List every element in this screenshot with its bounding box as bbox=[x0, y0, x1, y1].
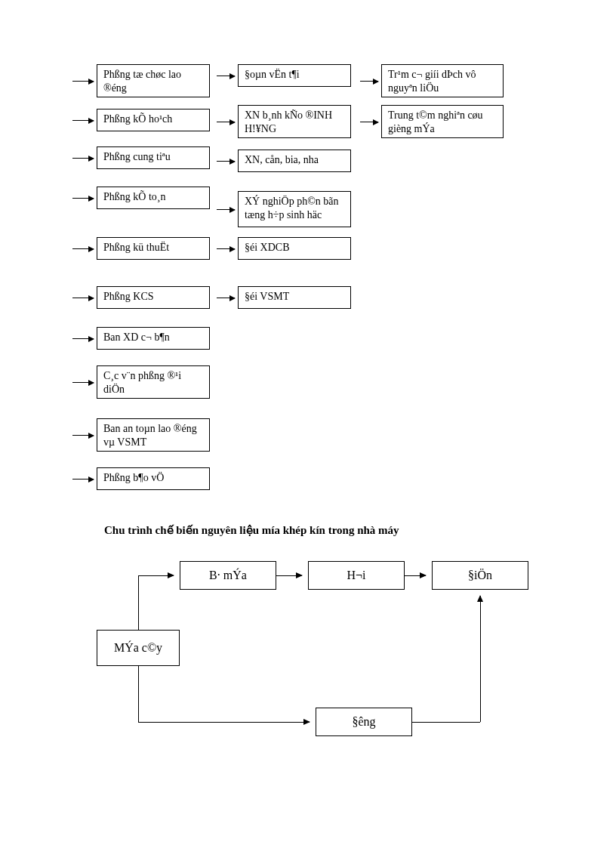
arrow-mid bbox=[360, 122, 378, 122]
label: Phßng KCS bbox=[103, 290, 154, 304]
arrow-mid bbox=[217, 161, 235, 162]
box-col1-2: Phßng cung tiªu bbox=[97, 146, 210, 169]
label: H¬i bbox=[346, 569, 365, 582]
label: XN, cån, bia, nha bbox=[245, 153, 319, 167]
flow-dong: §êng bbox=[316, 708, 412, 736]
arrow-in bbox=[72, 198, 94, 199]
label: B· mÝa bbox=[209, 569, 247, 582]
box-col1-6: Ban XD c¬ b¶n bbox=[97, 327, 210, 350]
label: MÝa c©y bbox=[114, 641, 162, 655]
box-col2-1: XN b¸nh kÑo ®INH H!¥NG bbox=[238, 105, 351, 138]
box-col1-7: C¸c v¨n phßng ®¹i diÖn bbox=[97, 365, 210, 399]
arrow-mid bbox=[217, 209, 235, 210]
label: §éi VSMT bbox=[245, 290, 289, 304]
arrow-in bbox=[72, 435, 94, 436]
flow-hoi: H¬i bbox=[308, 561, 405, 590]
box-col1-4: Phßng kü thuËt bbox=[97, 237, 210, 260]
label: Phßng tæ chøc lao ®éng bbox=[103, 68, 203, 94]
box-col2-3: XÝ nghiÖp ph©n bãn tæng h÷p sinh häc bbox=[238, 191, 351, 227]
conn-v bbox=[480, 596, 481, 722]
label: XN b¸nh kÑo ®INH H!¥NG bbox=[245, 109, 344, 135]
label: Tr¹m c¬ giíi dÞch vô nguyªn liÖu bbox=[388, 68, 497, 94]
page: Phßng tæ chøc lao ®éng Phßng kÕ ho¹ch Ph… bbox=[0, 0, 616, 848]
arrow-mid bbox=[217, 76, 235, 76]
flow-mia-cay: MÝa c©y bbox=[97, 630, 180, 666]
conn-h bbox=[138, 722, 310, 723]
label: Ban XD c¬ b¶n bbox=[103, 331, 170, 344]
label: §iÖn bbox=[468, 569, 492, 582]
arrow-in bbox=[72, 382, 94, 383]
conn-v bbox=[138, 666, 139, 722]
box-col1-3: Phßng kÕ to¸n bbox=[97, 187, 210, 209]
label: §éi XDCB bbox=[245, 241, 290, 254]
box-col1-1: Phßng kÕ ho¹ch bbox=[97, 109, 210, 131]
label: Phßng kü thuËt bbox=[103, 241, 169, 254]
box-col1-0: Phßng tæ chøc lao ®éng bbox=[97, 64, 210, 97]
section-title: Chu trình chế biến nguyên liệu mía khép … bbox=[104, 523, 399, 537]
conn-v bbox=[138, 575, 139, 630]
arrow-mid bbox=[217, 248, 235, 249]
box-col3-0: Tr¹m c¬ giíi dÞch vô nguyªn liÖu bbox=[381, 64, 504, 97]
label: §oµn vËn t¶i bbox=[245, 68, 300, 82]
label: C¸c v¨n phßng ®¹i diÖn bbox=[103, 369, 203, 396]
label: Phßng b¶o vÖ bbox=[103, 471, 164, 485]
conn-h bbox=[276, 575, 302, 576]
arrow-in bbox=[72, 248, 94, 249]
box-col2-5: §éi VSMT bbox=[238, 286, 351, 309]
label: Phßng cung tiªu bbox=[103, 150, 171, 164]
box-col1-9: Phßng b¶o vÖ bbox=[97, 467, 210, 490]
box-col2-2: XN, cån, bia, nha bbox=[238, 150, 351, 172]
conn-h bbox=[412, 722, 480, 723]
label: Ban an toµn lao ®éng vµ VSMT bbox=[103, 422, 203, 449]
box-col2-0: §oµn vËn t¶i bbox=[238, 64, 351, 87]
flow-dien: §iÖn bbox=[432, 561, 528, 590]
arrow-mid bbox=[360, 81, 378, 82]
arrow-in bbox=[72, 298, 94, 298]
box-col3-1: Trung t©m nghiªn cøu gièng mÝa bbox=[381, 105, 504, 138]
arrow-in bbox=[72, 81, 94, 82]
box-col2-4: §éi XDCB bbox=[238, 237, 351, 260]
label: Phßng kÕ to¸n bbox=[103, 190, 165, 204]
conn-h bbox=[405, 575, 426, 576]
label: XÝ nghiÖp ph©n bãn tæng h÷p sinh häc bbox=[245, 195, 344, 221]
label: Phßng kÕ ho¹ch bbox=[103, 113, 172, 126]
arrow-mid bbox=[217, 122, 235, 122]
arrow-in bbox=[72, 120, 94, 121]
arrow-in bbox=[72, 338, 94, 339]
arrow-in bbox=[72, 479, 94, 480]
box-col1-5: Phßng KCS bbox=[97, 286, 210, 309]
title-text: Chu trình chế biến nguyên liệu mía khép … bbox=[104, 524, 399, 536]
flow-ba-mia: B· mÝa bbox=[180, 561, 276, 590]
conn-h bbox=[138, 575, 174, 576]
label: Trung t©m nghiªn cøu gièng mÝa bbox=[388, 109, 497, 135]
arrow-in bbox=[72, 158, 94, 159]
box-col1-8: Ban an toµn lao ®éng vµ VSMT bbox=[97, 418, 210, 452]
label: §êng bbox=[352, 715, 375, 729]
arrow-mid bbox=[217, 298, 235, 298]
